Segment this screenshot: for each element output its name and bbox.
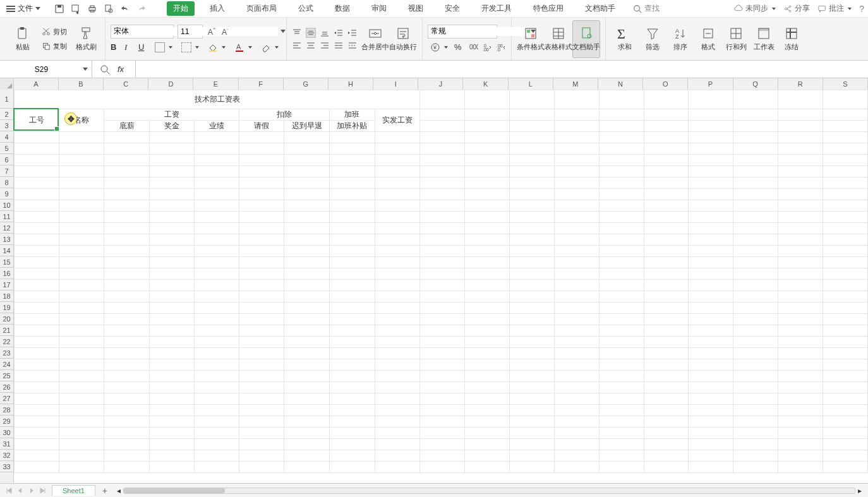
cell[interactable] xyxy=(59,291,104,302)
scroll-left-icon[interactable]: ◂ xyxy=(117,486,121,495)
cell[interactable] xyxy=(554,132,599,143)
cell[interactable] xyxy=(644,257,689,268)
cell[interactable] xyxy=(194,314,239,325)
cell[interactable] xyxy=(778,166,823,177)
cell[interactable] xyxy=(284,166,330,177)
cell[interactable] xyxy=(644,223,689,234)
cell[interactable] xyxy=(510,325,555,337)
cell[interactable] xyxy=(375,428,420,439)
cell[interactable] xyxy=(59,223,104,234)
cell[interactable] xyxy=(465,302,510,314)
cell[interactable] xyxy=(733,337,778,348)
cell[interactable] xyxy=(510,439,555,450)
cell[interactable] xyxy=(330,439,375,450)
decrease-font-icon[interactable]: A- xyxy=(220,27,231,37)
cell[interactable] xyxy=(465,234,510,246)
cell[interactable] xyxy=(778,189,823,200)
cell[interactable] xyxy=(15,246,59,257)
cell[interactable] xyxy=(778,280,823,291)
cell[interactable] xyxy=(15,337,59,348)
cell[interactable] xyxy=(239,234,284,246)
cell[interactable] xyxy=(778,416,823,428)
cell[interactable] xyxy=(15,291,59,302)
cell[interactable] xyxy=(330,246,375,257)
cell[interactable] xyxy=(823,132,868,143)
name-box-input[interactable] xyxy=(0,65,83,74)
cell[interactable] xyxy=(778,143,823,155)
cell[interactable] xyxy=(194,223,239,234)
cell[interactable] xyxy=(465,450,510,462)
cell[interactable] xyxy=(823,325,868,337)
align-top-button[interactable] xyxy=(292,28,302,38)
cell[interactable] xyxy=(420,450,465,462)
cell[interactable] xyxy=(510,428,555,439)
row-header-9[interactable]: 9 xyxy=(0,188,13,200)
share-button[interactable]: 分享 xyxy=(783,3,810,14)
menu-tab-6[interactable]: 视图 xyxy=(402,1,430,16)
cell[interactable] xyxy=(599,382,644,393)
cell[interactable] xyxy=(375,280,420,291)
cell[interactable] xyxy=(420,382,465,393)
cell[interactable] xyxy=(239,200,284,212)
cell[interactable] xyxy=(554,337,599,348)
cell[interactable] xyxy=(284,155,330,166)
row-header-31[interactable]: 31 xyxy=(0,438,13,450)
cell[interactable] xyxy=(554,348,599,359)
cell[interactable] xyxy=(194,189,239,200)
cell[interactable] xyxy=(149,416,194,428)
cell[interactable] xyxy=(554,428,599,439)
cell[interactable] xyxy=(733,268,778,280)
cell[interactable]: 业绩 xyxy=(194,121,239,132)
cell[interactable] xyxy=(15,450,59,462)
cell[interactable] xyxy=(465,132,510,143)
cell[interactable] xyxy=(733,416,778,428)
cell[interactable] xyxy=(420,393,465,405)
font-size-combo[interactable] xyxy=(178,25,203,39)
cell[interactable] xyxy=(689,246,733,257)
row-header-7[interactable]: 7 xyxy=(0,165,13,177)
cell[interactable] xyxy=(330,268,375,280)
cell[interactable] xyxy=(689,393,733,405)
cell[interactable] xyxy=(284,268,330,280)
cell[interactable] xyxy=(510,155,555,166)
cell[interactable] xyxy=(465,121,510,132)
cell[interactable] xyxy=(284,348,330,359)
cell[interactable] xyxy=(149,200,194,212)
doc-helper-button[interactable]: 文档助手 xyxy=(572,20,600,58)
cell[interactable] xyxy=(375,348,420,359)
cell[interactable] xyxy=(239,382,284,393)
cell[interactable] xyxy=(15,166,59,177)
cell[interactable] xyxy=(510,371,555,382)
cell[interactable] xyxy=(644,109,689,121)
cell[interactable] xyxy=(330,325,375,337)
cell[interactable] xyxy=(823,291,868,302)
cell[interactable] xyxy=(59,462,104,473)
cell[interactable] xyxy=(194,132,239,143)
border-style-button[interactable] xyxy=(179,41,202,54)
cell[interactable] xyxy=(149,439,194,450)
cell[interactable] xyxy=(375,439,420,450)
cell[interactable] xyxy=(104,405,149,416)
print-icon[interactable] xyxy=(87,4,97,14)
row-header-6[interactable]: 6 xyxy=(0,154,13,165)
cell[interactable] xyxy=(59,393,104,405)
horizontal-scrollbar[interactable] xyxy=(123,488,855,494)
cell[interactable] xyxy=(599,291,644,302)
cell[interactable] xyxy=(823,428,868,439)
cell[interactable] xyxy=(375,325,420,337)
cell[interactable] xyxy=(733,325,778,337)
cell[interactable] xyxy=(510,166,555,177)
number-format-combo[interactable] xyxy=(428,25,497,39)
undo-icon[interactable] xyxy=(120,4,130,14)
cell[interactable] xyxy=(644,359,689,371)
col-header-J[interactable]: J xyxy=(418,78,463,90)
cell[interactable] xyxy=(330,189,375,200)
cell[interactable] xyxy=(375,166,420,177)
col-header-G[interactable]: G xyxy=(284,78,329,90)
cell[interactable] xyxy=(465,337,510,348)
cell[interactable] xyxy=(644,371,689,382)
cell[interactable] xyxy=(689,450,733,462)
increase-decimal-button[interactable]: .0.00 xyxy=(482,42,492,52)
cell[interactable] xyxy=(194,280,239,291)
redo-icon[interactable] xyxy=(136,4,147,14)
